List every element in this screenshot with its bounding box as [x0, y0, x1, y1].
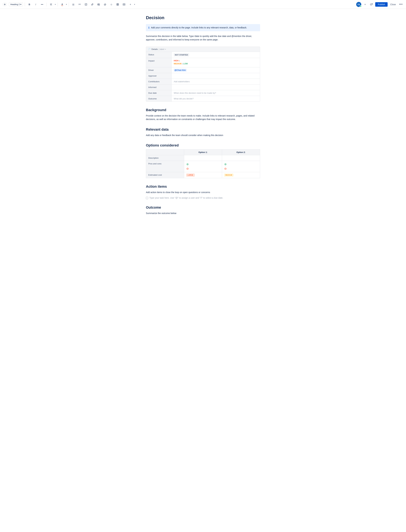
opt2-pros-cons[interactable]: ⊕ ⊖ — [222, 161, 260, 172]
opt1-con: ⊖ — [186, 167, 220, 170]
row-value[interactable] — [171, 84, 260, 90]
svg-rect-8 — [73, 5, 74, 5]
task-checkbox[interactable] — [146, 197, 148, 199]
outcome-text: Summarize the outcome below — [146, 212, 260, 215]
info-box: ℹ Add your comments directly to the page… — [146, 24, 260, 31]
chevron-down-icon: ▾ — [20, 3, 22, 6]
opt1-description[interactable] — [184, 155, 222, 161]
link-button[interactable] — [90, 2, 95, 7]
page-title[interactable]: Decision — [146, 15, 260, 20]
table-row: Due date When does this decision need to… — [146, 90, 260, 96]
relevant-data-title: Relevant data — [146, 128, 260, 132]
opt2-description[interactable] — [222, 155, 260, 161]
outcome-placeholder: What did you decide? — [174, 98, 194, 100]
impact-line-2: MEDIUM / LOW — [174, 63, 258, 65]
mention-button[interactable]: @ — [102, 2, 108, 7]
opt1-cost[interactable]: LARGE — [184, 172, 222, 178]
svg-point-15 — [98, 4, 99, 4]
svg-rect-16 — [117, 3, 119, 5]
heading-selector[interactable]: Heading 2 ▾ — [9, 2, 23, 6]
task-button[interactable] — [83, 2, 88, 7]
medium-badge: MEDIUM — [174, 63, 181, 65]
contributors-placeholder: Add stakeholders — [174, 80, 190, 83]
table-row: Driver @Chan Kim — [146, 67, 260, 73]
minus-circle-icon: ⊖ — [224, 167, 227, 170]
table-button[interactable] — [115, 2, 120, 7]
numbered-list-button[interactable]: 1. 2. — [77, 2, 82, 7]
row-value[interactable]: What did you decide? — [171, 96, 260, 101]
details-label-suffix: | label = — [159, 48, 166, 50]
divider-1 — [25, 3, 25, 6]
opt2-pro: ⊕ — [224, 163, 258, 166]
svg-rect-6 — [73, 4, 74, 5]
more-options-button[interactable]: ••• — [398, 2, 404, 7]
opt1-pros-cons[interactable]: ⊕ ⊖ — [184, 161, 222, 172]
table-row: Impact HIGH / MEDIUM / LOW — [146, 58, 260, 67]
color-chevron-icon: ▾ — [66, 3, 67, 5]
svg-rect-12 — [79, 4, 80, 5]
divider-4 — [69, 3, 69, 6]
svg-rect-1 — [50, 4, 52, 5]
table-row: Status NOT STARTED — [146, 52, 260, 58]
row-value[interactable]: Add stakeholders — [171, 79, 260, 84]
insert-chevron-icon: ▾ — [134, 3, 135, 5]
svg-rect-20 — [123, 4, 124, 5]
task-item: Type your task here. Use "@" to assign a… — [146, 197, 260, 199]
row-label: Outcome — [146, 96, 171, 101]
row-label: Due date — [146, 90, 171, 96]
share-button[interactable] — [369, 2, 374, 7]
details-table: Status NOT STARTED Impact HIGH / MEDIUM … — [146, 52, 260, 101]
avatar-initials: CK — [357, 3, 360, 5]
row-label: Pros and cons — [146, 161, 184, 172]
svg-text:2.: 2. — [79, 4, 79, 5]
options-header-row: Option 1: Option 2: — [146, 149, 260, 155]
relevant-data-text: Add any data or feedback the team should… — [146, 134, 260, 137]
add-user-button[interactable]: + — [362, 2, 368, 7]
options-title: Options considered — [146, 143, 260, 147]
text-color-button[interactable]: A — [60, 2, 65, 7]
row-value[interactable] — [171, 73, 260, 79]
svg-point-5 — [72, 4, 73, 5]
close-button[interactable]: Close — [389, 2, 397, 7]
options-col-1: Option 1: — [184, 149, 222, 155]
image-button[interactable] — [96, 2, 101, 7]
app-logo[interactable] — [2, 2, 7, 7]
toolbar-right: CK + Publish Close ••• — [356, 2, 404, 7]
background-text: Provide context on the decision the team… — [146, 114, 260, 121]
row-value[interactable]: When does this decision need to be made … — [171, 90, 260, 96]
large-badge: LARGE — [186, 174, 195, 177]
table-row: Approver — [146, 73, 260, 79]
svg-rect-0 — [50, 4, 52, 4]
svg-rect-22 — [370, 4, 372, 5]
publish-button[interactable]: Publish — [375, 2, 388, 7]
medium-cost-badge: MEDIUM — [224, 174, 233, 177]
bold-button[interactable]: B — [27, 2, 32, 7]
separator: / — [179, 60, 180, 62]
more-format-button[interactable]: ••• — [39, 2, 44, 7]
svg-rect-21 — [124, 4, 125, 5]
opt2-cost[interactable]: MEDIUM — [222, 172, 260, 178]
page-content: Decision ℹ Add your comments directly to… — [143, 9, 263, 230]
separator: / — [182, 63, 183, 65]
driver-mention[interactable]: @Chan Kim — [174, 69, 187, 71]
align-chevron-icon: ▾ — [55, 3, 56, 5]
row-value[interactable]: NOT STARTED — [171, 52, 260, 58]
row-label: Estimated cost — [146, 172, 184, 178]
bullet-list-button[interactable] — [71, 2, 76, 7]
row-label: Contributors — [146, 79, 171, 84]
columns-button[interactable] — [122, 2, 127, 7]
outcome-title: Outcome — [146, 206, 260, 210]
row-value[interactable]: HIGH / MEDIUM / LOW — [171, 58, 260, 67]
task-text[interactable]: Type your task here. Use "@" to assign a… — [149, 197, 223, 199]
row-value[interactable]: @Chan Kim — [171, 67, 260, 73]
align-button[interactable] — [49, 2, 54, 7]
plus-circle-icon: ⊕ — [224, 163, 227, 166]
row-label: Status — [146, 52, 171, 58]
table-row: Informed — [146, 84, 260, 90]
emoji-button[interactable]: ☺ — [109, 2, 114, 7]
row-label: Approver — [146, 73, 171, 79]
action-items-text: Add action items to close the loop on op… — [146, 191, 260, 194]
insert-button[interactable]: + — [128, 2, 133, 7]
italic-button[interactable]: I — [33, 2, 38, 7]
due-date-placeholder: When does this decision need to be made … — [174, 92, 216, 94]
